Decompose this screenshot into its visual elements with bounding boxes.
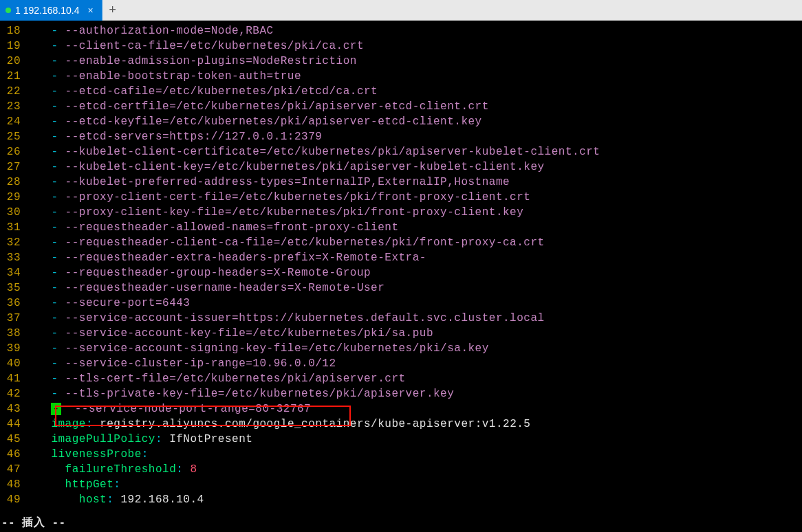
code-line: 20 - --enable-admission-plugins=NodeRest… [0,54,802,69]
line-content: livenessProbe: [23,447,149,462]
line-number: 47 [0,462,23,477]
code-line: 38 - --service-account-key-file=/etc/kub… [0,326,802,341]
code-line: 36 - --secure-port=6443 [0,296,802,311]
line-number: 49 [0,492,23,507]
line-content: - --tls-private-key-file=/etc/kubernetes… [23,386,454,401]
code-line: 29 - --proxy-client-cert-file=/etc/kuber… [0,190,802,205]
line-number: 35 [0,280,23,296]
line-number: 44 [0,417,23,432]
line-content: host: 192.168.10.4 [23,492,204,507]
code-line: 23 - --etcd-certfile=/etc/kubernetes/pki… [0,99,802,114]
terminal[interactable]: 18 - --authorization-mode=Node,RBAC19 - … [0,21,802,532]
line-number: 41 [0,371,23,386]
tab-bar: 1 192.168.10.4 × + [0,0,802,21]
line-content: - --client-ca-file=/etc/kubernetes/pki/c… [23,38,364,54]
line-number: 31 [0,220,23,235]
line-number: 38 [0,326,23,341]
line-number: 32 [0,235,23,250]
line-content: - --service-node-port-range=80-32767 [23,401,311,417]
line-content: httpGet: [23,477,120,492]
line-content: - --etcd-servers=https://127.0.0.1:2379 [23,129,322,144]
line-content: - --requestheader-allowed-names=front-pr… [23,220,398,235]
line-content: - --tls-cert-file=/etc/kubernetes/pki/ap… [23,371,406,386]
code-line: 37 - --service-account-issuer=https://ku… [0,311,802,326]
code-line: 43 - --service-node-port-range=80-32767 [0,401,802,417]
line-number: 36 [0,296,23,311]
line-number: 33 [0,250,23,265]
line-content: - --etcd-keyfile=/etc/kubernetes/pki/api… [23,114,482,129]
tab-title: 1 192.168.10.4 [15,5,79,16]
line-content: - --kubelet-client-certificate=/etc/kube… [23,144,600,159]
close-icon[interactable]: × [87,5,93,16]
line-content: - --service-account-key-file=/etc/kubern… [23,326,433,341]
line-content: - --kubelet-preferred-address-types=Inte… [23,175,510,190]
line-content: - --service-cluster-ip-range=10.96.0.0/1… [23,356,336,371]
code-line: 27 - --kubelet-client-key=/etc/kubernete… [0,159,802,175]
line-number: 21 [0,69,23,84]
line-number: 22 [0,84,23,99]
line-number: 30 [0,205,23,220]
line-number: 23 [0,99,23,114]
code-line: 49 host: 192.168.10.4 [0,492,802,507]
status-dot-icon [6,8,11,13]
line-number: 48 [0,477,23,492]
code-line: 28 - --kubelet-preferred-address-types=I… [0,175,802,190]
line-number: 37 [0,311,23,326]
line-number: 19 [0,38,23,54]
line-number: 39 [0,341,23,356]
code-line: 39 - --service-account-signing-key-file=… [0,341,802,356]
code-line: 24 - --etcd-keyfile=/etc/kubernetes/pki/… [0,114,802,129]
tab-active[interactable]: 1 192.168.10.4 × [0,0,102,21]
code-line: 19 - --client-ca-file=/etc/kubernetes/pk… [0,38,802,54]
line-number: 25 [0,129,23,144]
code-line: 18 - --authorization-mode=Node,RBAC [0,23,802,38]
line-number: 45 [0,432,23,447]
code-line: 21 - --enable-bootstrap-token-auth=true [0,69,802,84]
vim-mode-indicator: -- 插入 -- [1,516,66,531]
line-content: - --enable-admission-plugins=NodeRestric… [23,54,357,69]
line-number: 43 [0,401,23,417]
line-number: 24 [0,114,23,129]
line-content: - --etcd-cafile=/etc/kubernetes/pki/etcd… [23,84,378,99]
code-line: 22 - --etcd-cafile=/etc/kubernetes/pki/e… [0,84,802,99]
code-line: 30 - --proxy-client-key-file=/etc/kubern… [0,205,802,220]
line-content: - --requestheader-client-ca-file=/etc/ku… [23,235,545,250]
line-number: 28 [0,175,23,190]
line-content: - --enable-bootstrap-token-auth=true [23,69,301,84]
code-line: 48 httpGet: [0,477,802,492]
line-number: 34 [0,265,23,280]
code-line: 45 imagePullPolicy: IfNotPresent [0,432,802,447]
line-content: - --authorization-mode=Node,RBAC [23,23,274,38]
line-content: failureThreshold: 8 [23,462,197,477]
line-number: 27 [0,159,23,175]
line-content: - --secure-port=6443 [23,296,190,311]
line-content: - --service-account-signing-key-file=/et… [23,341,489,356]
code-line: 25 - --etcd-servers=https://127.0.0.1:23… [0,129,802,144]
code-line: 33 - --requestheader-extra-headers-prefi… [0,250,802,265]
code-line: 46 livenessProbe: [0,447,802,462]
line-content: - --etcd-certfile=/etc/kubernetes/pki/ap… [23,99,489,114]
code-line: 26 - --kubelet-client-certificate=/etc/k… [0,144,802,159]
code-line: 41 - --tls-cert-file=/etc/kubernetes/pki… [0,371,802,386]
line-content: - --kubelet-client-key=/etc/kubernetes/p… [23,159,545,175]
code-line: 34 - --requestheader-group-headers=X-Rem… [0,265,802,280]
code-line: 31 - --requestheader-allowed-names=front… [0,220,802,235]
line-number: 20 [0,54,23,69]
line-number: 42 [0,386,23,401]
line-content: - --service-account-issuer=https://kuber… [23,311,545,326]
line-content: - --proxy-client-key-file=/etc/kubernete… [23,205,523,220]
line-content: - --proxy-client-cert-file=/etc/kubernet… [23,190,530,205]
line-content: - --requestheader-extra-headers-prefix=X… [23,250,426,265]
code-line: 42 - --tls-private-key-file=/etc/kuberne… [0,386,802,401]
line-number: 40 [0,356,23,371]
code-line: 40 - --service-cluster-ip-range=10.96.0.… [0,356,802,371]
line-number: 46 [0,447,23,462]
code-line: 32 - --requestheader-client-ca-file=/etc… [0,235,802,250]
line-content: - --requestheader-group-headers=X-Remote… [23,265,371,280]
code-line: 44 image: registry.aliyuncs.com/google_c… [0,417,802,432]
line-number: 18 [0,23,23,38]
new-tab-button[interactable]: + [102,0,123,21]
code-line: 47 failureThreshold: 8 [0,462,802,477]
line-content: imagePullPolicy: IfNotPresent [23,432,252,447]
line-number: 26 [0,144,23,159]
